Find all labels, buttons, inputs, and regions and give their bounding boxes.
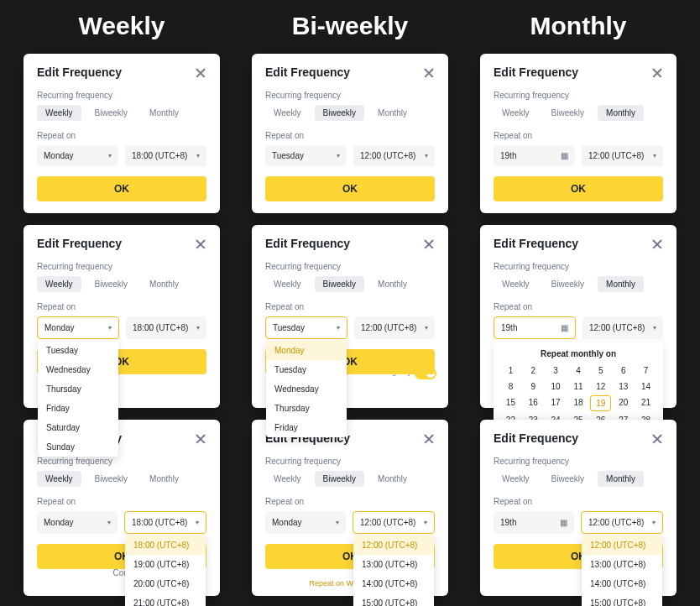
dropdown-option[interactable]: Tuesday: [266, 360, 347, 379]
pill-monthly[interactable]: Monthly: [141, 105, 187, 121]
time-select[interactable]: 12:00 (UTC+8)▾: [353, 145, 435, 166]
day-select[interactable]: Monday▾: [37, 511, 118, 534]
close-icon[interactable]: [423, 66, 435, 78]
calendar-day[interactable]: 15: [500, 395, 521, 411]
dropdown-option[interactable]: 15:00 (UTC+8): [582, 593, 662, 606]
calendar-day[interactable]: 19: [590, 395, 611, 411]
calendar-day[interactable]: 6: [613, 363, 634, 378]
calendar-day[interactable]: 11: [568, 379, 589, 394]
pill-biweekly[interactable]: Biweekly: [86, 471, 136, 487]
dropdown-option[interactable]: 18:00 (UTC+8): [125, 535, 206, 555]
day-select[interactable]: Monday▾: [265, 511, 346, 534]
calendar-day[interactable]: 5: [590, 363, 611, 378]
dropdown-option[interactable]: Monday: [266, 341, 347, 360]
dropdown-option[interactable]: Friday: [38, 399, 118, 418]
dropdown-option[interactable]: 19:00 (UTC+8): [125, 555, 206, 574]
calendar-day[interactable]: 20: [613, 395, 634, 411]
calendar-day[interactable]: 3: [546, 363, 567, 378]
dropdown-option[interactable]: Saturday: [38, 418, 118, 437]
day-select[interactable]: Tuesday▾ MondayTuesdayWednesdayThursdayF…: [265, 316, 347, 339]
calendar-day[interactable]: 2: [523, 363, 544, 378]
pill-biweekly[interactable]: Biweekly: [315, 471, 364, 487]
dropdown-option[interactable]: Sunday: [38, 437, 118, 457]
dropdown-option[interactable]: 12:00 (UTC+8): [582, 535, 662, 555]
pill-biweekly[interactable]: Biweekly: [315, 276, 364, 292]
pill-weekly[interactable]: Weekly: [37, 276, 81, 292]
calendar-day[interactable]: 4: [568, 363, 589, 378]
dropdown-option[interactable]: Friday: [266, 418, 347, 437]
pill-weekly[interactable]: Weekly: [494, 276, 538, 292]
calendar-day[interactable]: 14: [635, 379, 656, 394]
calendar-day[interactable]: 7: [635, 363, 656, 378]
ok-button[interactable]: OK: [265, 176, 435, 201]
time-select[interactable]: 12:00 (UTC+8)▾: [354, 316, 435, 339]
pill-biweekly[interactable]: Biweekly: [315, 105, 364, 121]
close-icon[interactable]: [651, 238, 663, 249]
date-select[interactable]: 19th▦: [494, 316, 576, 339]
calendar-day[interactable]: 10: [546, 379, 567, 394]
ok-button[interactable]: OK: [37, 176, 206, 201]
pill-weekly[interactable]: Weekly: [494, 105, 538, 121]
calendar-day[interactable]: 18: [568, 395, 589, 411]
pill-weekly[interactable]: Weekly: [265, 105, 310, 121]
pill-weekly[interactable]: Weekly: [265, 276, 310, 292]
calendar-day[interactable]: 12: [590, 379, 611, 394]
day-select[interactable]: Tuesday▾: [265, 145, 347, 166]
pill-weekly[interactable]: Weekly: [265, 471, 310, 487]
calendar-day[interactable]: 21: [635, 395, 656, 411]
calendar-day[interactable]: 13: [613, 379, 634, 394]
close-icon[interactable]: [651, 66, 663, 78]
dropdown-option[interactable]: 21:00 (UTC+8): [125, 593, 206, 606]
pill-weekly[interactable]: Weekly: [494, 471, 538, 487]
dropdown-option[interactable]: 13:00 (UTC+8): [582, 555, 662, 574]
calendar-day[interactable]: 8: [500, 379, 521, 394]
dropdown-option[interactable]: Tuesday: [38, 341, 118, 360]
dropdown-option[interactable]: 14:00 (UTC+8): [353, 574, 434, 593]
time-select[interactable]: 12:00 (UTC+8)▾ 12:00 (UTC+8)13:00 (UTC+8…: [353, 511, 435, 534]
time-select[interactable]: 12:00 (UTC+8)▾: [582, 316, 663, 339]
pill-biweekly[interactable]: Biweekly: [86, 105, 136, 121]
calendar-day[interactable]: 9: [523, 379, 544, 394]
pill-monthly[interactable]: Monthly: [369, 276, 415, 292]
calendar-day[interactable]: 16: [523, 395, 544, 411]
time-select[interactable]: 18:00 (UTC+8)▾ 18:00 (UTC+8)19:00 (UTC+8…: [124, 511, 206, 534]
pill-monthly[interactable]: Monthly: [598, 276, 644, 292]
dropdown-option[interactable]: 15:00 (UTC+8): [353, 593, 434, 606]
pill-weekly[interactable]: Weekly: [37, 105, 81, 121]
pill-monthly[interactable]: Monthly: [369, 105, 415, 121]
calendar-day[interactable]: 1: [500, 363, 521, 378]
close-icon[interactable]: [195, 238, 206, 249]
date-select[interactable]: 19th▦: [494, 511, 574, 534]
day-select[interactable]: Monday▾: [37, 145, 118, 166]
close-icon[interactable]: [195, 66, 206, 78]
time-select[interactable]: 12:00 (UTC+8)▾: [582, 145, 663, 166]
close-icon[interactable]: [423, 432, 435, 444]
ok-button[interactable]: OK: [494, 176, 663, 201]
pill-monthly[interactable]: Monthly: [369, 471, 415, 487]
day-select[interactable]: Monday▾ TuesdayWednesdayThursdayFridaySa…: [37, 316, 119, 339]
pill-monthly[interactable]: Monthly: [141, 471, 187, 487]
dropdown-option[interactable]: Thursday: [266, 399, 347, 418]
pill-biweekly[interactable]: Biweekly: [543, 105, 593, 121]
dropdown-option[interactable]: 14:00 (UTC+8): [582, 574, 662, 593]
pill-biweekly[interactable]: Biweekly: [543, 471, 593, 487]
time-select[interactable]: 18:00 (UTC+8)▾: [125, 145, 206, 166]
pill-monthly[interactable]: Monthly: [598, 105, 644, 121]
dropdown-option[interactable]: Thursday: [38, 379, 118, 399]
dropdown-option[interactable]: Wednesday: [266, 379, 347, 399]
pill-monthly[interactable]: Monthly: [141, 276, 187, 292]
time-select[interactable]: 12:00 (UTC+8)▾ 12:00 (UTC+8)13:00 (UTC+8…: [581, 511, 663, 534]
close-icon[interactable]: [651, 432, 663, 444]
calendar-day[interactable]: 17: [546, 395, 567, 411]
pill-biweekly[interactable]: Biweekly: [86, 276, 136, 292]
dropdown-option[interactable]: 12:00 (UTC+8): [353, 535, 434, 555]
pill-monthly[interactable]: Monthly: [598, 471, 644, 487]
dropdown-option[interactable]: Wednesday: [38, 360, 118, 379]
date-select[interactable]: 19th▦: [494, 145, 575, 166]
time-select[interactable]: 18:00 (UTC+8)▾: [126, 316, 206, 339]
close-icon[interactable]: [195, 432, 206, 444]
dropdown-option[interactable]: 13:00 (UTC+8): [353, 555, 434, 574]
pill-weekly[interactable]: Weekly: [37, 471, 81, 487]
dropdown-option[interactable]: 20:00 (UTC+8): [125, 574, 206, 593]
pill-biweekly[interactable]: Biweekly: [543, 276, 593, 292]
